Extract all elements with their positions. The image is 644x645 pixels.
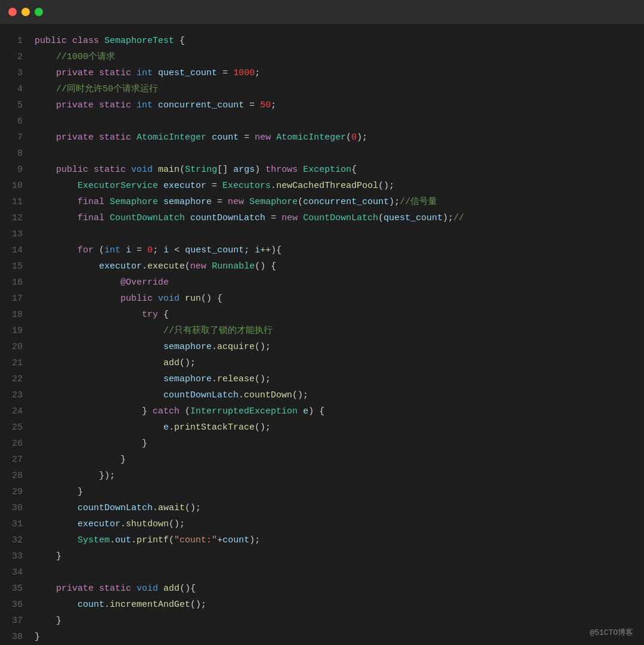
code-line: 15 executor.execute(new Runnable() { bbox=[0, 259, 644, 275]
maximize-button[interactable] bbox=[35, 8, 43, 16]
code-line: 21 add(); bbox=[0, 356, 644, 372]
code-line: 5 private static int concurrent_count = … bbox=[0, 98, 644, 114]
code-line: 25 e.printStackTrace(); bbox=[0, 420, 644, 436]
code-line: 7 private static AtomicInteger count = n… bbox=[0, 130, 644, 146]
code-line: 18 try { bbox=[0, 307, 644, 323]
title-bar bbox=[0, 0, 644, 24]
watermark: @51CTO博客 bbox=[590, 627, 633, 638]
code-line: 26 } bbox=[0, 436, 644, 452]
code-line: 17 public void run() { bbox=[0, 291, 644, 307]
code-line: 6 bbox=[0, 114, 644, 130]
code-line: 12 final CountDownLatch countDownLatch =… bbox=[0, 211, 644, 227]
code-line: 29 } bbox=[0, 484, 644, 501]
close-button[interactable] bbox=[8, 8, 17, 16]
code-line: 27 } bbox=[0, 452, 644, 468]
code-line: 3 private static int quest_count = 1000; bbox=[0, 66, 644, 82]
code-line: 2 //1000个请求 bbox=[0, 50, 644, 66]
code-line: 9 public static void main(String[] args)… bbox=[0, 162, 644, 178]
code-line: 32 System.out.printf("count:"+count); bbox=[0, 533, 644, 549]
code-line: 14 for (int i = 0; i < quest_count; i++)… bbox=[0, 243, 644, 259]
code-line: 31 executor.shutdown(); bbox=[0, 517, 644, 533]
code-line: 20 semaphore.acquire(); bbox=[0, 340, 644, 356]
code-line: 19 //只有获取了锁的才能执行 bbox=[0, 323, 644, 340]
code-line: 1 public class SemaphoreTest { bbox=[0, 33, 644, 50]
minimize-button[interactable] bbox=[21, 8, 30, 16]
code-line: 38 } bbox=[0, 629, 644, 645]
code-line: 22 semaphore.release(); bbox=[0, 372, 644, 388]
code-line: 10 ExecutorService executor = Executors.… bbox=[0, 178, 644, 195]
code-line: 37 } bbox=[0, 613, 644, 629]
code-line: 23 countDownLatch.countDown(); bbox=[0, 388, 644, 404]
code-line: 34 bbox=[0, 565, 644, 581]
code-line: 4 //同时允许50个请求运行 bbox=[0, 82, 644, 98]
code-line: 28 }); bbox=[0, 468, 644, 484]
code-line: 11 final Semaphore semaphore = new Semap… bbox=[0, 195, 644, 211]
code-area: 1 public class SemaphoreTest { 2 //1000个… bbox=[0, 24, 644, 645]
code-line: 8 bbox=[0, 146, 644, 162]
code-line: 36 count.incrementAndGet(); bbox=[0, 597, 644, 613]
code-line: 33 } bbox=[0, 549, 644, 565]
code-line: 16 @Override bbox=[0, 275, 644, 291]
code-line: 24 } catch (InterruptedException e) { bbox=[0, 404, 644, 420]
code-line: 13 bbox=[0, 227, 644, 243]
code-line: 35 private static void add(){ bbox=[0, 581, 644, 597]
code-line: 30 countDownLatch.await(); bbox=[0, 501, 644, 517]
